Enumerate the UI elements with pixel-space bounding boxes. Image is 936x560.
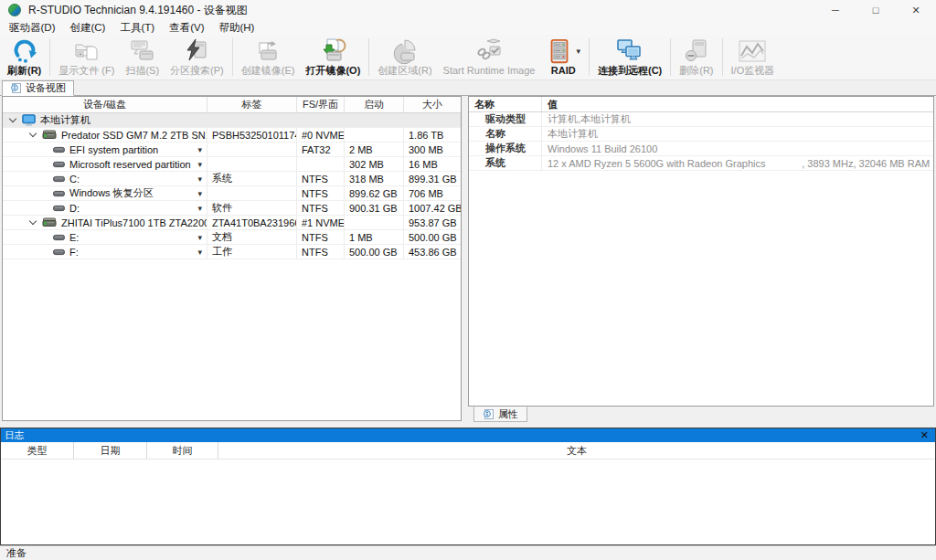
property-value: 12 x AMD Ryzen 5 5600G with Radeon Graph… [542,156,933,170]
start-cell: 899.62 GB [345,186,404,200]
menu-item-查看-v[interactable]: 查看(V) [162,20,211,35]
toolbar-label: 删除(R) [679,65,713,77]
device-column-header-启动[interactable]: 启动 [345,97,404,112]
maximize-button[interactable]: □ [856,0,896,20]
app-logo-icon [8,4,21,16]
properties-column-header-名称[interactable]: 名称 [469,97,542,111]
tree-expand-chevron-icon[interactable] [29,130,37,137]
size-cell: 953.87 GB [404,216,461,229]
device-row-本地计算机[interactable]: 本地计算机 [3,113,461,128]
raid-dropdown-icon[interactable]: ▾ [576,47,580,56]
tab-properties[interactable]: 属性 [473,407,527,422]
property-name: 系统 [469,156,542,170]
device-name-cell: Windows 恢复分区▾ [3,186,207,200]
title-bar: R-STUDIO Technician 9.4.191460 - 设备视图 ─ … [0,0,936,20]
property-row-系统: 系统12 x AMD Ryzen 5 5600G with Radeon Gra… [469,156,933,171]
tag-cell: 文档 [207,230,297,244]
close-button[interactable]: ✕ [896,0,936,20]
device-row-e[interactable]: E:▾文档NTFS1 MB500.00 GB [3,230,461,245]
menu-item-创建-c[interactable]: 创建(C) [62,20,112,35]
device-column-header-设备-磁盘[interactable]: 设备/磁盘ˆ [3,97,207,112]
status-text: 准备 [0,546,27,560]
minimize-button[interactable]: ─ [815,0,856,20]
menu-item-工具-t[interactable]: 工具(T) [112,20,162,35]
open-image-icon [318,36,347,65]
device-column-header-标签[interactable]: 标签 [207,97,297,112]
device-row-microsoft-reserved-partition[interactable]: Microsoft reserved partition▾302 MB16 MB [3,157,461,172]
toolbar-button-打开镜像-o[interactable]: 打开镜像(O) [300,35,366,79]
toolbar-label: I/O监视器 [731,65,775,77]
device-name-cell: D:▾ [3,201,207,215]
device-column-header-fs-界面[interactable]: FS/界面 [297,97,345,112]
row-dropdown-icon[interactable]: ▾ [197,230,202,244]
device-row-c[interactable]: C:▾系统NTFS318 MB899.31 GB [3,172,461,186]
toolbar-button-raid[interactable]: ▾RAID [540,35,586,79]
connect-remote-icon [614,37,645,65]
size-cell: 1.86 TB [404,128,461,142]
fs-cell: #1 NVME, SSD [297,216,345,229]
device-row-efi-system-partition[interactable]: EFI system partition▾FAT322 MB300 MB [3,143,461,157]
size-cell: 16 MB [404,157,461,171]
toolbar-separator [232,38,233,76]
app-window: R-STUDIO Technician 9.4.191460 - 设备视图 ─ … [0,0,936,560]
device-name-label: Microsoft reserved partition [69,159,191,170]
size-cell: 1007.42 GB [404,201,461,215]
menu-item-帮助-h[interactable]: 帮助(H) [211,20,261,35]
sort-indicator-icon: ˆ [103,96,106,101]
toolbar-button-连接到远程-c[interactable]: 连接到远程(C) [592,35,667,79]
log-column-header-日期[interactable]: 日期 [74,442,147,459]
menu-item-驱动器-d[interactable]: 驱动器(D) [2,20,62,35]
start-cell: 318 MB [345,172,404,185]
toolbar-button-显示文件-f: 显示文件 (F) [53,35,120,79]
tag-cell: PSBH53250101174 [207,128,297,142]
row-dropdown-icon[interactable]: ▾ [197,143,202,156]
device-name-cell: Microsoft reserved partition▾ [3,157,207,171]
toolbar-separator [722,38,723,76]
properties-column-header-值[interactable]: 值 [542,97,933,111]
toolbar-button-删除-r: 删除(R) [674,35,718,79]
row-dropdown-icon[interactable]: ▾ [197,201,202,215]
row-dropdown-icon[interactable]: ▾ [197,186,202,200]
tree-expand-chevron-icon[interactable] [29,217,37,225]
device-name-label: Predator SSD GM7 M.2 2TB SN10... [61,130,207,141]
toolbar-button-刷新-r[interactable]: 刷新(R) [2,35,47,79]
device-row-predator-ssd-gm7-m-2-2tb-sn10[interactable]: Predator SSD GM7 M.2 2TB SN10...PSBH5325… [3,128,461,143]
toolbar-button-start-runtime-image: Start Runtime Image [438,35,541,79]
tag-cell: 工作 [207,245,297,259]
fs-cell: #0 NVME, SSD [297,128,345,142]
partition-icon [53,234,65,241]
partition-icon [53,175,65,183]
device-name-cell: C:▾ [3,172,207,185]
device-name-cell: 本地计算机 [3,113,207,127]
tab-device-view[interactable]: 设备视图 [2,80,74,96]
create-region-icon [390,36,420,65]
device-column-header-大小[interactable]: 大小 [404,97,461,112]
log-close-icon[interactable]: ✕ [914,428,935,442]
delete-icon [682,36,711,65]
log-column-header-类型[interactable]: 类型 [1,442,74,459]
row-dropdown-icon[interactable]: ▾ [197,172,202,185]
properties-tab-icon [483,408,495,420]
start-cell: 1 MB [345,230,404,244]
device-row-zhitai-tiplus7100-1tb-zta22003[interactable]: ZHITAI TiPlus7100 1TB ZTA22003ZTA41T0BA2… [3,216,461,230]
create-image-icon [253,36,282,65]
log-column-header-时间[interactable]: 时间 [147,442,218,459]
raid-icon: ▾ [546,37,580,65]
partition-icon [53,248,65,256]
toolbar-label: 显示文件 (F) [58,65,114,77]
device-row-d[interactable]: D:▾软件NTFS900.31 GB1007.42 GB [3,201,461,216]
row-dropdown-icon[interactable]: ▾ [197,157,202,171]
runtime-image-icon [474,36,504,65]
toolbar-button-扫描-s: 扫描(S) [120,35,165,79]
log-column-header-文本[interactable]: 文本 [218,442,935,459]
menu-bar: 驱动器(D)创建(C)工具(T)查看(V)帮助(H) [0,20,936,35]
row-dropdown-icon[interactable]: ▾ [197,245,202,259]
device-row-f[interactable]: F:▾工作NTFS500.00 GB453.86 GB [3,245,461,259]
fs-cell: FAT32 [297,143,345,156]
toolbar-label: 创建镜像(E) [241,65,295,77]
property-row-名称: 名称本地计算机 [469,127,933,142]
toolbar-separator [589,38,590,76]
device-row-windows-恢复分区[interactable]: Windows 恢复分区▾NTFS899.62 GB706 MB [3,186,461,201]
tab-device-view-label: 设备视图 [26,81,66,95]
tree-expand-chevron-icon[interactable] [9,115,16,122]
